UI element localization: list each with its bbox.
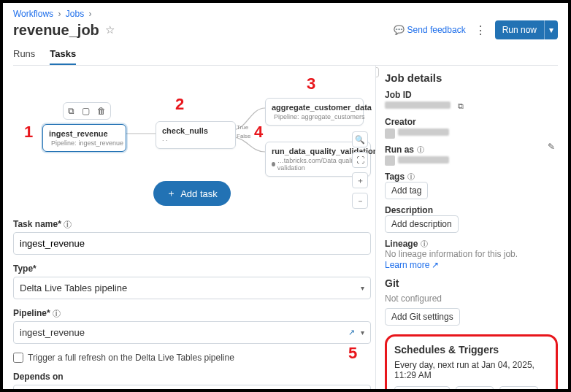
schedule-summary: Every day, next run at Jan 04, 2025, 11:…	[394, 360, 550, 380]
info-icon[interactable]: i	[417, 146, 424, 153]
creator-label: Creator	[385, 117, 558, 127]
run-as-value	[385, 155, 558, 166]
task-node-ingest-revenue[interactable]: ingest_revenue Pipeline: ingest_revenue	[42, 124, 126, 152]
send-feedback-label: Send feedback	[407, 25, 466, 35]
search-icon[interactable]: 🔍	[352, 131, 368, 147]
lineage-text: No lineage information for this job.	[385, 249, 558, 259]
send-feedback-link[interactable]: 💬 Send feedback	[394, 25, 466, 35]
star-icon[interactable]: ☆	[105, 23, 115, 36]
node-toolbar: ⧉ ▢ 🗑	[63, 102, 111, 120]
node-title: ingest_revenue	[49, 129, 120, 138]
tabs: Runs Tasks	[13, 44, 558, 66]
add-tag-button[interactable]: Add tag	[385, 182, 428, 199]
add-git-button[interactable]: Add Git settings	[385, 308, 460, 326]
full-refresh-label: Trigger a full refresh on the Delta Live…	[28, 353, 234, 363]
info-icon[interactable]: i	[407, 173, 415, 180]
task-name-input[interactable]	[13, 232, 371, 255]
pause-trigger-button[interactable]: Pause	[456, 386, 494, 389]
task-name-label: Task name*i	[13, 219, 371, 229]
annotation-2: 2	[175, 95, 184, 114]
task-node-check-nulls[interactable]: check_nulls · ·	[156, 121, 236, 149]
node-subtitle: Pipeline: aggregate_customers	[272, 113, 357, 120]
chevron-down-icon: ▾	[361, 284, 364, 292]
type-label: Type*	[13, 264, 371, 274]
depends-on-select[interactable]: Select task dependencies... ▾	[13, 385, 371, 389]
external-link-icon: ↗	[432, 260, 439, 270]
tags-label: Tagsi	[385, 172, 558, 182]
task-graph-canvas[interactable]: ⧉ ▢ 🗑 ingest_revenue Pipeline: ingest_re…	[13, 66, 371, 219]
git-status: Not configured	[385, 293, 558, 304]
add-task-button[interactable]: ＋ Add task	[153, 181, 231, 206]
add-task-label: Add task	[180, 188, 218, 199]
type-select[interactable]: Delta Live Tables pipeline ▾	[13, 277, 371, 299]
node-subtitle: · ·	[162, 137, 229, 144]
node-subtitle: Pipeline: ingest_revenue	[49, 139, 120, 147]
tab-runs[interactable]: Runs	[13, 44, 35, 65]
plus-icon: ＋	[166, 187, 176, 200]
job-id-label: Job ID	[385, 90, 558, 100]
info-icon[interactable]: i	[53, 310, 61, 318]
fullscreen-icon[interactable]: ⛶	[352, 152, 368, 168]
run-as-label: Run asi	[385, 145, 558, 155]
git-header: Git	[385, 277, 558, 289]
annotation-1: 1	[24, 123, 33, 142]
creator-value	[385, 127, 558, 139]
node-title: check_nulls	[162, 126, 229, 135]
page-title: revenue_job	[13, 22, 99, 39]
edge-label-true: True	[237, 124, 248, 131]
schedules-section: Schedules & Triggers Every day, next run…	[385, 334, 558, 389]
copy-icon[interactable]: ⧉	[68, 106, 74, 116]
annotation-4: 4	[254, 123, 263, 142]
crumb-jobs[interactable]: Jobs	[66, 9, 84, 19]
edge-label-false: False	[237, 133, 251, 139]
run-now-dropdown[interactable]: ▾	[544, 20, 558, 39]
crumb-workflows[interactable]: Workflows	[13, 9, 53, 19]
trash-icon[interactable]: 🗑	[97, 106, 106, 116]
external-link-icon[interactable]: ↗	[348, 328, 355, 337]
kebab-menu-icon[interactable]: ⋮	[472, 23, 489, 37]
depends-on-label: Depends on	[13, 372, 371, 382]
delete-trigger-button[interactable]: Delete	[499, 386, 538, 389]
info-icon[interactable]: i	[64, 220, 72, 228]
chat-icon: 💬	[394, 25, 405, 35]
node-title: run_data_quality_validation	[272, 147, 364, 155]
schedules-header: Schedules & Triggers	[394, 344, 550, 356]
chevron-right-icon: ›	[55, 9, 63, 19]
learn-more-link[interactable]: Learn more ↗	[385, 260, 439, 270]
chat-icon[interactable]: ▢	[82, 106, 90, 116]
job-id-value: ⧉	[385, 100, 558, 111]
job-details-header: Job details	[385, 72, 558, 84]
add-description-button[interactable]: Add description	[385, 215, 459, 233]
copy-icon[interactable]: ⧉	[458, 101, 464, 110]
chevron-right-icon: ›	[87, 9, 94, 19]
lineage-label: Lineagei	[385, 239, 558, 249]
pipeline-label: Pipeline*i	[13, 308, 371, 318]
pencil-icon[interactable]: ✎	[548, 142, 555, 152]
type-value: Delta Live Tables pipeline	[20, 283, 127, 293]
breadcrumb: Workflows › Jobs ›	[13, 9, 558, 19]
full-refresh-checkbox[interactable]	[13, 353, 23, 363]
annotation-3: 3	[307, 74, 315, 93]
edit-trigger-button[interactable]: Edit trigger	[394, 386, 450, 389]
description-label: Description	[385, 205, 558, 215]
chevron-down-icon: ▾	[361, 328, 364, 337]
node-title: aggregate_customer_data	[272, 103, 357, 112]
pipeline-value: ingest_revenue	[20, 327, 85, 338]
tab-tasks[interactable]: Tasks	[50, 44, 76, 65]
task-node-aggregate[interactable]: aggregate_customer_data Pipeline: aggreg…	[265, 98, 364, 126]
pipeline-select[interactable]: ingest_revenue ↗ ▾	[13, 321, 371, 344]
collapse-panel-icon[interactable]: ›	[375, 67, 379, 77]
info-icon[interactable]: i	[421, 240, 428, 247]
run-now-button[interactable]: Run now	[495, 20, 544, 39]
node-subtitle: …tabricks.com/Data quality validation	[272, 157, 364, 172]
